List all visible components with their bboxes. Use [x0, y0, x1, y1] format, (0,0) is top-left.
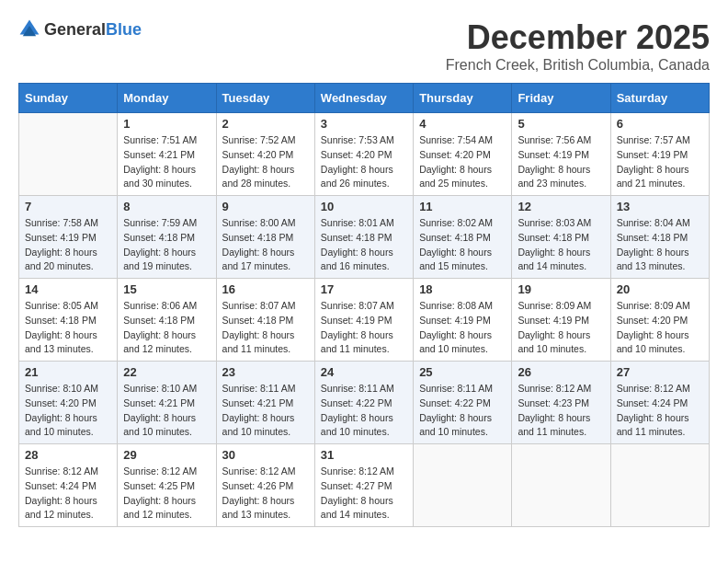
- day-info: Sunrise: 8:07 AMSunset: 4:19 PMDaylight:…: [321, 299, 407, 357]
- day-number: 10: [321, 200, 407, 213]
- page-header: GeneralBlue December 2025 French Creek, …: [18, 18, 710, 74]
- calendar-day-cell: 3Sunrise: 7:53 AMSunset: 4:20 PMDaylight…: [314, 113, 413, 196]
- calendar-day-cell: 29Sunrise: 8:12 AMSunset: 4:25 PMDayligh…: [118, 444, 216, 527]
- day-number: 21: [25, 365, 111, 379]
- day-info: Sunrise: 8:08 AMSunset: 4:19 PMDaylight:…: [419, 299, 506, 357]
- day-number: 11: [419, 200, 506, 213]
- calendar-day-cell: 23Sunrise: 8:11 AMSunset: 4:21 PMDayligh…: [216, 362, 314, 444]
- calendar-day-cell: 14Sunrise: 8:05 AMSunset: 4:18 PMDayligh…: [19, 279, 118, 362]
- calendar-day-cell: 2Sunrise: 7:52 AMSunset: 4:20 PMDaylight…: [216, 113, 314, 196]
- calendar-day-cell: 22Sunrise: 8:10 AMSunset: 4:21 PMDayligh…: [118, 362, 216, 444]
- calendar-day-cell: 20Sunrise: 8:09 AMSunset: 4:20 PMDayligh…: [610, 279, 709, 362]
- day-number: 19: [518, 282, 604, 296]
- day-number: 14: [25, 282, 111, 296]
- day-number: 4: [419, 117, 506, 131]
- calendar-day-cell: [19, 113, 118, 196]
- day-info: Sunrise: 8:12 AMSunset: 4:25 PMDaylight:…: [123, 465, 210, 523]
- day-number: 17: [321, 282, 407, 296]
- day-number: 16: [222, 282, 309, 296]
- day-number: 8: [123, 200, 210, 213]
- day-info: Sunrise: 8:07 AMSunset: 4:18 PMDaylight:…: [222, 299, 309, 357]
- calendar-day-cell: [414, 444, 512, 527]
- day-number: 3: [321, 117, 407, 131]
- day-number: 20: [617, 282, 703, 296]
- day-info: Sunrise: 8:03 AMSunset: 4:18 PMDaylight:…: [518, 216, 604, 274]
- day-number: 30: [222, 448, 309, 462]
- day-info: Sunrise: 8:12 AMSunset: 4:26 PMDaylight:…: [222, 465, 309, 523]
- day-info: Sunrise: 8:10 AMSunset: 4:20 PMDaylight:…: [25, 382, 111, 440]
- weekday-header: Wednesday: [314, 84, 413, 113]
- calendar-day-cell: 31Sunrise: 8:12 AMSunset: 4:27 PMDayligh…: [314, 444, 413, 527]
- day-info: Sunrise: 8:09 AMSunset: 4:19 PMDaylight:…: [518, 299, 604, 357]
- day-info: Sunrise: 8:06 AMSunset: 4:18 PMDaylight:…: [123, 299, 210, 357]
- day-info: Sunrise: 8:04 AMSunset: 4:18 PMDaylight:…: [617, 216, 703, 274]
- calendar-day-cell: 13Sunrise: 8:04 AMSunset: 4:18 PMDayligh…: [610, 196, 709, 279]
- day-number: 29: [123, 448, 210, 462]
- location-title: French Creek, British Columbia, Canada: [446, 57, 710, 74]
- calendar-day-cell: 6Sunrise: 7:57 AMSunset: 4:19 PMDaylight…: [610, 113, 709, 196]
- calendar-week-row: 7Sunrise: 7:58 AMSunset: 4:19 PMDaylight…: [19, 196, 710, 279]
- weekday-header: Saturday: [610, 84, 709, 113]
- day-number: 22: [123, 365, 210, 379]
- calendar-day-cell: 15Sunrise: 8:06 AMSunset: 4:18 PMDayligh…: [118, 279, 216, 362]
- day-info: Sunrise: 7:56 AMSunset: 4:19 PMDaylight:…: [518, 133, 604, 191]
- logo: GeneralBlue: [18, 18, 142, 40]
- weekday-header: Sunday: [19, 84, 118, 113]
- day-info: Sunrise: 8:01 AMSunset: 4:18 PMDaylight:…: [321, 216, 407, 274]
- calendar-day-cell: 30Sunrise: 8:12 AMSunset: 4:26 PMDayligh…: [216, 444, 314, 527]
- calendar-day-cell: 27Sunrise: 8:12 AMSunset: 4:24 PMDayligh…: [610, 362, 709, 444]
- calendar-week-row: 14Sunrise: 8:05 AMSunset: 4:18 PMDayligh…: [19, 279, 710, 362]
- calendar-day-cell: 1Sunrise: 7:51 AMSunset: 4:21 PMDaylight…: [118, 113, 216, 196]
- calendar-day-cell: 18Sunrise: 8:08 AMSunset: 4:19 PMDayligh…: [414, 279, 512, 362]
- weekday-header: Monday: [118, 84, 216, 113]
- day-number: 28: [25, 448, 111, 462]
- calendar-week-row: 28Sunrise: 8:12 AMSunset: 4:24 PMDayligh…: [19, 444, 710, 527]
- calendar-day-cell: 19Sunrise: 8:09 AMSunset: 4:19 PMDayligh…: [512, 279, 610, 362]
- title-area: December 2025 French Creek, British Colu…: [446, 18, 710, 74]
- day-info: Sunrise: 8:12 AMSunset: 4:24 PMDaylight:…: [25, 465, 111, 523]
- day-number: 6: [617, 117, 703, 131]
- day-info: Sunrise: 7:54 AMSunset: 4:20 PMDaylight:…: [419, 133, 506, 191]
- calendar-day-cell: 26Sunrise: 8:12 AMSunset: 4:23 PMDayligh…: [512, 362, 610, 444]
- day-number: 26: [518, 365, 604, 379]
- calendar-day-cell: 28Sunrise: 8:12 AMSunset: 4:24 PMDayligh…: [19, 444, 118, 527]
- day-number: 24: [321, 365, 407, 379]
- day-info: Sunrise: 8:00 AMSunset: 4:18 PMDaylight:…: [222, 216, 309, 274]
- day-number: 1: [123, 117, 210, 131]
- logo-icon: [18, 18, 40, 40]
- day-number: 25: [419, 365, 506, 379]
- day-info: Sunrise: 7:59 AMSunset: 4:18 PMDaylight:…: [123, 216, 210, 274]
- day-number: 18: [419, 282, 506, 296]
- day-number: 12: [518, 200, 604, 213]
- calendar-week-row: 1Sunrise: 7:51 AMSunset: 4:21 PMDaylight…: [19, 113, 710, 196]
- day-info: Sunrise: 7:53 AMSunset: 4:20 PMDaylight:…: [321, 133, 407, 191]
- day-number: 13: [617, 200, 703, 213]
- day-info: Sunrise: 7:57 AMSunset: 4:19 PMDaylight:…: [617, 133, 703, 191]
- day-info: Sunrise: 8:05 AMSunset: 4:18 PMDaylight:…: [25, 299, 111, 357]
- month-title: December 2025: [446, 18, 710, 57]
- day-info: Sunrise: 8:02 AMSunset: 4:18 PMDaylight:…: [419, 216, 506, 274]
- day-number: 9: [222, 200, 309, 213]
- calendar-header-row: SundayMondayTuesdayWednesdayThursdayFrid…: [19, 84, 710, 113]
- day-info: Sunrise: 8:12 AMSunset: 4:24 PMDaylight:…: [617, 382, 703, 440]
- day-info: Sunrise: 8:12 AMSunset: 4:23 PMDaylight:…: [518, 382, 604, 440]
- day-info: Sunrise: 8:11 AMSunset: 4:21 PMDaylight:…: [222, 382, 309, 440]
- calendar-day-cell: 24Sunrise: 8:11 AMSunset: 4:22 PMDayligh…: [314, 362, 413, 444]
- calendar-day-cell: 21Sunrise: 8:10 AMSunset: 4:20 PMDayligh…: [19, 362, 118, 444]
- day-info: Sunrise: 8:10 AMSunset: 4:21 PMDaylight:…: [123, 382, 210, 440]
- day-number: 15: [123, 282, 210, 296]
- calendar-day-cell: 8Sunrise: 7:59 AMSunset: 4:18 PMDaylight…: [118, 196, 216, 279]
- calendar-day-cell: [512, 444, 610, 527]
- calendar-day-cell: 10Sunrise: 8:01 AMSunset: 4:18 PMDayligh…: [314, 196, 413, 279]
- calendar-week-row: 21Sunrise: 8:10 AMSunset: 4:20 PMDayligh…: [19, 362, 710, 444]
- weekday-header: Friday: [512, 84, 610, 113]
- calendar-table: SundayMondayTuesdayWednesdayThursdayFrid…: [18, 83, 710, 527]
- day-info: Sunrise: 8:12 AMSunset: 4:27 PMDaylight:…: [321, 465, 407, 523]
- calendar-day-cell: 5Sunrise: 7:56 AMSunset: 4:19 PMDaylight…: [512, 113, 610, 196]
- calendar-day-cell: [610, 444, 709, 527]
- day-info: Sunrise: 8:11 AMSunset: 4:22 PMDaylight:…: [321, 382, 407, 440]
- day-info: Sunrise: 8:09 AMSunset: 4:20 PMDaylight:…: [617, 299, 703, 357]
- day-info: Sunrise: 7:51 AMSunset: 4:21 PMDaylight:…: [123, 133, 210, 191]
- day-number: 23: [222, 365, 309, 379]
- calendar-day-cell: 4Sunrise: 7:54 AMSunset: 4:20 PMDaylight…: [414, 113, 512, 196]
